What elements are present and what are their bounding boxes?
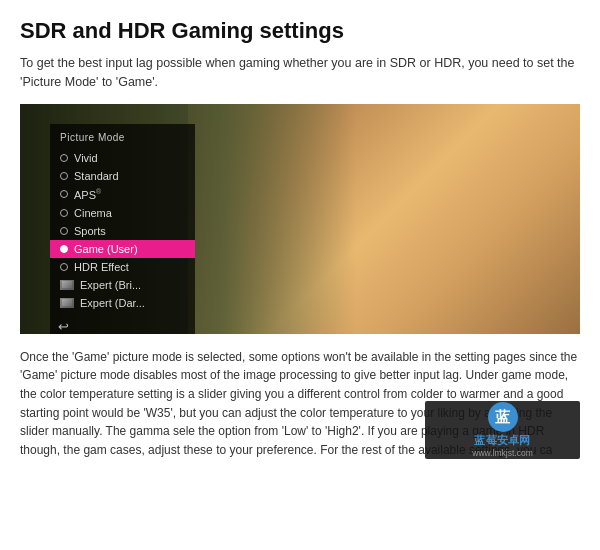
osd-item-expert-dar[interactable]: Expert (Dar... (50, 294, 195, 312)
osd-item-vivid[interactable]: Vivid (50, 149, 195, 167)
osd-bullet-cinema (60, 209, 68, 217)
osd-item-cinema[interactable]: Cinema (50, 204, 195, 222)
osd-bullet-vivid (60, 154, 68, 162)
intro-paragraph: To get the best input lag possible when … (20, 54, 580, 92)
osd-label-vivid: Vivid (74, 152, 98, 164)
watermark-logo: 蓝 (488, 402, 518, 432)
osd-bullet-hdr-effect (60, 263, 68, 271)
osd-back-button[interactable]: ↩ (50, 315, 195, 334)
osd-menu-overlay: Picture Mode Vivid Standard APS® Cinema (50, 124, 195, 334)
osd-label-aps: APS® (74, 188, 101, 201)
osd-icon-expert-bri (60, 280, 74, 290)
osd-label-hdr-effect: HDR Effect (74, 261, 129, 273)
back-arrow-icon: ↩ (58, 319, 69, 334)
osd-item-hdr-effect[interactable]: HDR Effect (50, 258, 195, 276)
osd-item-game-user[interactable]: Game (User) (50, 240, 195, 258)
osd-label-expert-bri: Expert (Bri... (80, 279, 141, 291)
osd-bullet-sports (60, 227, 68, 235)
osd-bullet-standard (60, 172, 68, 180)
osd-bullet-game-user (60, 245, 68, 253)
osd-item-expert-bri[interactable]: Expert (Bri... (50, 276, 195, 294)
watermark-url: www.lmkjst.com (472, 448, 532, 458)
osd-label-sports: Sports (74, 225, 106, 237)
osd-item-standard[interactable]: Standard (50, 167, 195, 185)
osd-bullet-aps (60, 190, 68, 198)
osd-label-expert-dar: Expert (Dar... (80, 297, 145, 309)
watermark-icon-text: 蓝 (495, 408, 510, 427)
osd-label-game-user: Game (User) (74, 243, 138, 255)
osd-item-aps[interactable]: APS® (50, 185, 195, 204)
osd-icon-expert-dar (60, 298, 74, 308)
page-wrapper: SDR and HDR Gaming settings To get the b… (0, 0, 600, 550)
osd-item-sports[interactable]: Sports (50, 222, 195, 240)
osd-label-cinema: Cinema (74, 207, 112, 219)
screenshot-image: Picture Mode Vivid Standard APS® Cinema (20, 104, 580, 334)
body-section: Once the 'Game' picture mode is selected… (20, 348, 580, 460)
page-title: SDR and HDR Gaming settings (20, 18, 580, 44)
osd-label-standard: Standard (74, 170, 119, 182)
watermark-overlay: 蓝 蓝莓安卓网 www.lmkjst.com (425, 401, 580, 459)
osd-menu-title: Picture Mode (50, 130, 195, 149)
watermark-brand: 蓝莓安卓网 (474, 434, 531, 448)
